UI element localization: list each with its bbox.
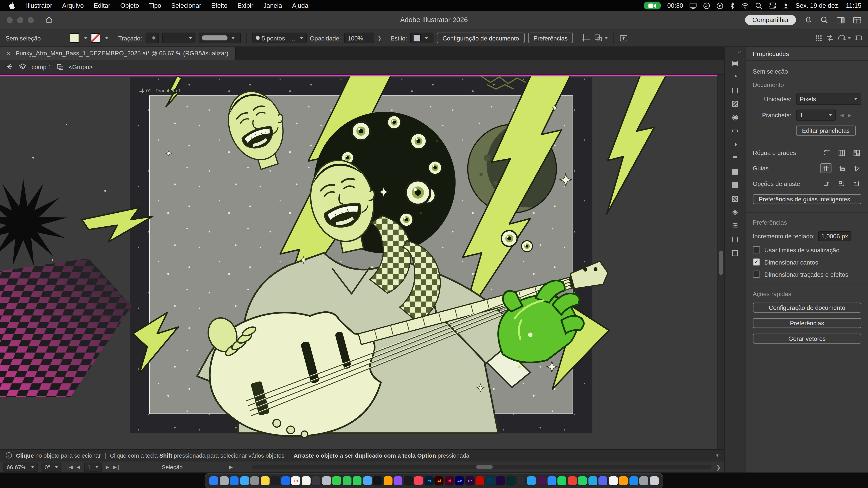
menu-item[interactable]: Janela [258,2,287,9]
finder[interactable] [209,475,219,487]
fill-dropdown-caret[interactable] [84,37,87,39]
quick-action-button[interactable]: Gerar vetores [753,334,861,344]
prev-artboard-button[interactable]: ◀ [76,464,80,470]
graphic-styles-panel-icon[interactable]: ▥ [727,178,743,192]
stocks[interactable] [373,475,382,487]
share-button[interactable]: Compartilhar [745,15,796,25]
group-badge-icon[interactable] [57,64,64,70]
apple-tv[interactable] [404,475,413,487]
artboard-number-dropdown[interactable]: 1 [84,462,102,472]
touch-bar-icon[interactable] [854,34,863,41]
back-arrow-icon[interactable] [6,63,14,70]
units-dropdown[interactable]: Pixels [796,94,861,104]
snap-to-point-icon[interactable] [851,179,861,188]
color-guide-panel-icon[interactable]: ◑ [727,137,743,151]
downloads[interactable] [639,475,649,487]
photos[interactable] [301,475,311,487]
minimize-window-button[interactable] [17,17,23,23]
keynote[interactable] [629,475,639,487]
isolate-mode-icon[interactable] [620,34,628,42]
collapse-panels-icon[interactable]: « [738,48,746,56]
home-icon[interactable] [45,16,53,24]
checkbox[interactable] [753,246,760,253]
vscode[interactable] [527,475,536,487]
notifications-bell-icon[interactable] [804,16,812,24]
chrome[interactable] [567,475,577,487]
search-icon[interactable] [820,16,828,24]
snap-to-grid-icon[interactable] [822,179,831,188]
graphic-style-dropdown[interactable] [410,33,434,43]
telegram[interactable] [588,475,597,487]
zoom-level-dropdown[interactable]: 66,67% [3,462,37,472]
screen-mirroring-icon[interactable] [689,2,697,9]
discord[interactable] [598,475,608,487]
libraries-panel-icon[interactable]: ▣ [727,56,743,69]
bridge[interactable] [486,475,495,487]
preference-checkbox-row[interactable]: Usar limites de visualização [753,246,861,253]
menu-item[interactable]: Ajuda [287,2,313,9]
calendar[interactable]: 19 [291,475,301,487]
control-center-icon[interactable] [768,2,776,9]
zoom-window-button[interactable] [28,17,34,23]
preference-checkbox-row[interactable]: ✓ Dimensionar cantos [753,258,861,265]
vertical-scrollbar[interactable] [717,74,724,449]
illustrator[interactable]: Ai [434,475,444,487]
last-artboard-button[interactable]: ▶❘ [113,464,121,470]
color-panel-icon[interactable]: ◔ [727,69,743,83]
brush-name-dropdown[interactable]: 5 pontos –... [252,33,307,43]
menu-item[interactable]: Arquivo [57,2,89,9]
stroke-color-swatch[interactable] [91,33,100,42]
user-menu-icon[interactable] [782,2,789,9]
vertical-scrollbar-thumb[interactable] [719,251,723,275]
snap-to-pixel-icon[interactable] [836,179,846,188]
menu-item[interactable]: Efeito [206,2,232,9]
menu-item[interactable]: Objeto [115,2,144,9]
rotate-view-icon[interactable] [838,34,851,41]
transform-icon[interactable] [826,34,834,41]
menu-item[interactable]: Illustrator [21,2,57,9]
document-tab[interactable]: × Funky_Afro_Man_Bass_1_DEZEMBRO_2025.ai… [0,47,236,60]
play-icon[interactable] [716,2,724,9]
menu-item[interactable]: Tipo [144,2,166,9]
apple-menu-icon[interactable] [3,2,21,9]
stroke-panel-icon[interactable]: ≡ [727,151,743,164]
menu-item[interactable]: Exibir [232,2,258,9]
mail[interactable] [281,475,290,487]
breadcrumb-level-1[interactable]: comp 1 [32,64,52,70]
messages[interactable] [332,475,342,487]
trash[interactable] [649,475,659,487]
opacity-field[interactable]: 100% [344,33,374,43]
ruler-icon[interactable] [822,148,831,157]
brushes-panel-icon[interactable]: ▨ [727,97,743,110]
next-artboard-button[interactable]: ▶ [105,464,109,470]
canvas-artwork[interactable] [0,74,724,449]
layers-panel-icon[interactable]: ▢ [727,232,743,246]
whatsapp[interactable] [578,475,587,487]
lock-guides-icon[interactable] [836,164,846,173]
music[interactable] [414,475,423,487]
brush-definition-dropdown[interactable] [198,33,241,43]
dots-grid-icon[interactable] [815,34,823,42]
show-guides-icon[interactable] [820,163,831,173]
artboard-select-dropdown[interactable]: 1 [796,109,836,121]
properties-tab[interactable]: Propriedades [746,47,868,61]
stroke-unit-dropdown[interactable] [162,33,195,43]
premiere[interactable]: Pr [465,475,475,487]
podcasts[interactable] [394,475,403,487]
breadcrumb-level-2[interactable]: <Grupo> [69,64,93,70]
terminal[interactable] [271,475,280,487]
reminders[interactable] [312,475,321,487]
arrange-documents-icon[interactable] [836,16,845,24]
safari[interactable] [240,475,249,487]
tab-close-icon[interactable]: × [7,50,11,57]
slack[interactable] [537,475,546,487]
next-artboard-icon[interactable]: ▶ [848,112,851,118]
bluetooth-icon[interactable] [730,2,735,9]
fill-color-swatch[interactable] [69,33,79,42]
grid-icon[interactable] [836,148,846,157]
facetime[interactable] [342,475,352,487]
contacts[interactable] [322,475,331,487]
audition[interactable] [506,475,516,487]
menu-bar-date[interactable]: Sex. 19 de dez. [796,2,840,9]
hint-collapse-icon[interactable]: ▾ [716,453,719,458]
